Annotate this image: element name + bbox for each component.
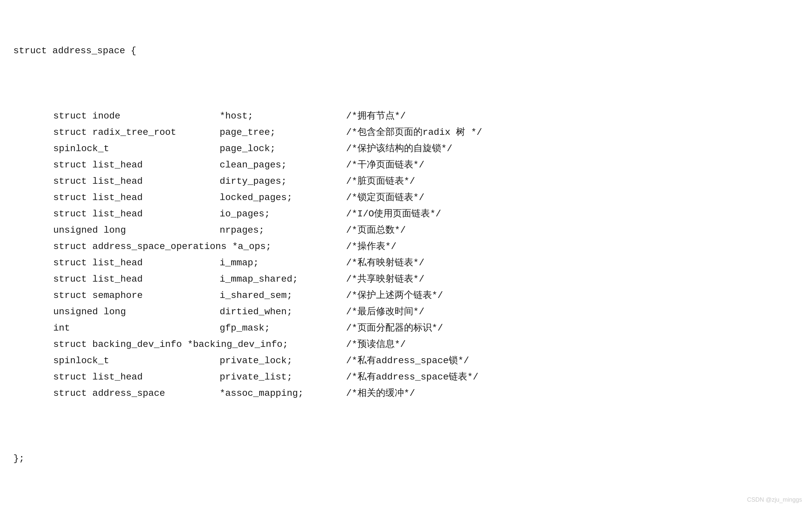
field-name: gfp_mask; <box>220 320 346 336</box>
indent <box>13 238 53 255</box>
indent <box>13 157 53 173</box>
field-line: struct inode*host;/*拥有节点*/ <box>13 108 799 124</box>
field-line: spinlock_tprivate_lock;/*私有address_space… <box>13 352 799 369</box>
field-line: struct semaphorei_shared_sem;/*保护上述两个链表*… <box>13 287 799 304</box>
field-type: spinlock_t <box>53 140 220 157</box>
field-type: struct list_head <box>53 206 220 222</box>
indent <box>13 287 53 304</box>
field-name: dirty_pages; <box>220 173 346 190</box>
field-line: struct list_headdirty_pages;/*脏页面链表*/ <box>13 173 799 190</box>
field-type: struct list_head <box>53 271 220 287</box>
field-type-wide: struct address_space_operations *a_ops; <box>53 238 346 255</box>
field-comment: /*保护该结构的自旋锁*/ <box>346 140 452 157</box>
field-comment: /*拥有节点*/ <box>346 108 406 124</box>
field-type: unsigned long <box>53 304 220 320</box>
field-type: struct list_head <box>53 157 220 173</box>
field-type: struct semaphore <box>53 287 220 304</box>
field-line: spinlock_tpage_lock;/*保护该结构的自旋锁*/ <box>13 140 799 157</box>
field-line: unsigned longnrpages;/*页面总数*/ <box>13 222 799 238</box>
field-name: private_list; <box>220 369 346 385</box>
field-comment: /*私有映射链表*/ <box>346 255 424 271</box>
closing-brace: }; <box>13 450 25 467</box>
field-name: dirtied_when; <box>220 304 346 320</box>
field-line: struct list_headi_mmap_shared;/*共享映射链表*/ <box>13 271 799 287</box>
indent <box>13 255 53 271</box>
field-type: spinlock_t <box>53 352 220 369</box>
field-type: struct list_head <box>53 255 220 271</box>
field-type: struct list_head <box>53 190 220 206</box>
field-name: i_shared_sem; <box>220 287 346 304</box>
field-type: struct list_head <box>53 369 220 385</box>
indent <box>13 190 53 206</box>
indent <box>13 222 53 238</box>
field-comment: /*相关的缓冲*/ <box>346 385 415 401</box>
field-comment: /*预读信息*/ <box>346 336 406 352</box>
field-line: intgfp_mask;/*页面分配器的标识*/ <box>13 320 799 336</box>
field-line: unsigned longdirtied_when;/*最后修改时间*/ <box>13 304 799 320</box>
field-comment: /*私有address_space链表*/ <box>346 369 478 385</box>
field-line: struct list_headi_mmap;/*私有映射链表*/ <box>13 255 799 271</box>
field-type: struct radix_tree_root <box>53 124 220 140</box>
field-comment: /*操作表*/ <box>346 238 396 255</box>
field-type: unsigned long <box>53 222 220 238</box>
field-name: locked_pages; <box>220 190 346 206</box>
field-name: *assoc_mapping; <box>220 385 346 401</box>
field-name: io_pages; <box>220 206 346 222</box>
watermark: CSDN @zju_minggs <box>747 497 802 503</box>
field-type: int <box>53 320 220 336</box>
field-name: nrpages; <box>220 222 346 238</box>
field-line: struct list_headprivate_list;/*私有address… <box>13 369 799 385</box>
field-line: struct radix_tree_rootpage_tree;/*包含全部页面… <box>13 124 799 140</box>
field-type: struct address_space <box>53 385 220 401</box>
indent <box>13 385 53 401</box>
field-name: i_mmap; <box>220 255 346 271</box>
field-comment: /*共享映射链表*/ <box>346 271 424 287</box>
indent <box>13 124 53 140</box>
field-comment: /*锁定页面链表*/ <box>346 190 424 206</box>
field-comment: /*私有address_space锁*/ <box>346 352 469 369</box>
indent <box>13 140 53 157</box>
indent <box>13 206 53 222</box>
field-line: struct list_headlocked_pages;/*锁定页面链表*/ <box>13 190 799 206</box>
field-line: struct list_headio_pages;/*I/O使用页面链表*/ <box>13 206 799 222</box>
indent <box>13 173 53 190</box>
field-name: clean_pages; <box>220 157 346 173</box>
code-block: struct address_space { struct inode*host… <box>13 10 799 483</box>
struct-title-line: struct address_space { <box>13 42 799 59</box>
field-comment: /*最后修改时间*/ <box>346 304 424 320</box>
indent <box>13 108 53 124</box>
field-comment: /*页面分配器的标识*/ <box>346 320 443 336</box>
field-name: *host; <box>220 108 346 124</box>
field-name: private_lock; <box>220 352 346 369</box>
indent <box>13 352 53 369</box>
fields-container: struct inode*host;/*拥有节点*/ struct radix_… <box>13 108 799 401</box>
field-line: struct address_space_operations *a_ops;/… <box>13 238 799 255</box>
indent <box>13 271 53 287</box>
field-name: page_lock; <box>220 140 346 157</box>
field-comment: /*I/O使用页面链表*/ <box>346 206 441 222</box>
indent <box>13 336 53 352</box>
struct-title: struct address_space { <box>13 42 137 59</box>
field-type: struct inode <box>53 108 220 124</box>
field-comment: /*包含全部页面的radix 树 */ <box>346 124 482 140</box>
field-name: i_mmap_shared; <box>220 271 346 287</box>
field-comment: /*保护上述两个链表*/ <box>346 287 443 304</box>
field-name: page_tree; <box>220 124 346 140</box>
field-type-wide: struct backing_dev_info *backing_dev_inf… <box>53 336 346 352</box>
closing-line: }; <box>13 450 799 467</box>
field-type: struct list_head <box>53 173 220 190</box>
field-line: struct backing_dev_info *backing_dev_inf… <box>13 336 799 352</box>
field-comment: /*干净页面链表*/ <box>346 157 424 173</box>
field-line: struct list_headclean_pages;/*干净页面链表*/ <box>13 157 799 173</box>
indent <box>13 369 53 385</box>
indent <box>13 320 53 336</box>
indent <box>13 304 53 320</box>
field-comment: /*页面总数*/ <box>346 222 406 238</box>
field-comment: /*脏页面链表*/ <box>346 173 415 190</box>
field-line: struct address_space*assoc_mapping;/*相关的… <box>13 385 799 401</box>
